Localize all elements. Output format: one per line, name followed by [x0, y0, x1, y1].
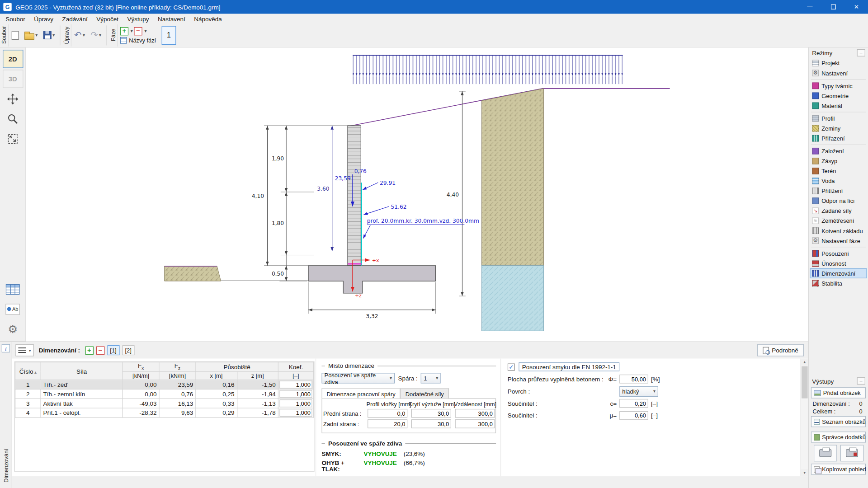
force-row[interactable]: 1Tíh.- zeď0,0023,590,16-1,50 — [15, 380, 314, 389]
mode-item-profil[interactable]: Profil — [810, 113, 867, 123]
koef-input[interactable] — [279, 380, 312, 388]
view-2d-button[interactable]: 2D — [3, 50, 23, 68]
mode-item-typy-tvarnic[interactable]: Typy tvárnic — [810, 81, 867, 91]
location-select[interactable]: Posouzení ve spáře zdiva ▾ — [321, 373, 395, 383]
front-profile-input[interactable] — [368, 409, 407, 418]
menu-item-nastaveni[interactable]: Nastavení — [153, 14, 189, 22]
menu-item-vystupy[interactable]: Výstupy — [123, 14, 154, 22]
mu-input[interactable] — [619, 411, 648, 420]
mode-item-zemetreseni[interactable]: Zemětřesení — [810, 216, 867, 226]
force-row[interactable]: 4Přít.1 - celopl.-28,329,630,29-1,78 — [15, 408, 314, 418]
addon-manager-button[interactable]: Správce dodatků — [811, 432, 866, 442]
mode-item-teren[interactable]: Terén — [810, 166, 867, 176]
col-header-action-point[interactable]: Působiště — [196, 362, 278, 371]
info-button[interactable]: i — [2, 344, 10, 352]
picture-list-button[interactable]: Seznam obrázků — [811, 416, 866, 427]
scrollbar-thumb[interactable] — [802, 366, 807, 399]
save-button[interactable]: ▾ — [42, 29, 56, 41]
mode-item-posouzeni[interactable]: Posouzení — [810, 249, 867, 258]
mode-item-pritizeni[interactable]: Přitížení — [810, 186, 867, 196]
mode-item-voda[interactable]: Voda — [810, 176, 867, 186]
back-spacing-input[interactable] — [455, 419, 495, 428]
front-spacing-input[interactable] — [455, 409, 495, 418]
menu-item-napoveda[interactable]: Nápověda — [190, 14, 226, 22]
front-cover-input[interactable] — [411, 409, 451, 418]
modes-minimize-button[interactable]: – — [857, 49, 865, 56]
phase-names-button[interactable]: Názvy fází — [120, 37, 156, 43]
scroll-up-arrow[interactable]: ▲ — [801, 358, 808, 366]
mode-item-nastaveni[interactable]: Nastavení — [810, 68, 867, 78]
add-picture-button[interactable]: Přidat obrázek — [811, 387, 866, 398]
area-input[interactable] — [619, 375, 648, 384]
add-dimensioning-button[interactable]: + — [85, 346, 93, 354]
redo-button[interactable]: ↷▾ — [90, 29, 103, 41]
menu-item-zadavani[interactable]: Zadávání — [58, 14, 92, 22]
mode-item-zadane-sily[interactable]: Zadané síly — [810, 206, 867, 216]
detail-button[interactable]: Podrobně — [757, 344, 804, 357]
print-button[interactable] — [813, 445, 836, 461]
remove-phase-button[interactable]: − — [134, 27, 142, 35]
view-3d-button[interactable]: 3D — [3, 70, 23, 88]
col-header-number[interactable]: Číslo▴ — [15, 362, 41, 380]
menu-item-upravy[interactable]: Úpravy — [29, 14, 57, 22]
koef-input[interactable] — [279, 390, 312, 398]
tab-additional-forces[interactable]: Dodatečné síly — [401, 389, 449, 399]
open-file-button[interactable]: ▾ — [23, 29, 38, 41]
mode-item-dimenzovani[interactable]: Dimenzování — [810, 268, 867, 278]
mode-item-unosnost[interactable]: Únosnost — [810, 258, 867, 268]
add-phase-button[interactable]: + — [120, 27, 128, 35]
undo-button[interactable]: ↶▾ — [73, 29, 86, 41]
close-button[interactable]: ✕ — [845, 0, 868, 14]
print-log-button[interactable] — [840, 445, 863, 461]
mode-item-odpor-na-lici[interactable]: Odpor na líci — [810, 196, 867, 206]
frame-scrollbar[interactable]: ▲ ▼ — [801, 358, 808, 476]
mode-item-projekt[interactable]: Projekt — [810, 58, 867, 68]
shear-check-title[interactable]: Posouzení smyku dle EN 1992-1-1 — [519, 362, 619, 371]
annotation-settings-button[interactable]: Ab — [3, 300, 23, 318]
mode-item-geometrie[interactable]: Geometrie — [810, 91, 867, 101]
joint-select[interactable]: 1 ▾ — [421, 373, 441, 383]
back-profile-input[interactable] — [368, 419, 407, 428]
col-header-force[interactable]: Síla — [41, 362, 123, 380]
col-header-fx[interactable]: Fx — [123, 362, 159, 371]
frame-list-button[interactable]: ▾ — [15, 344, 33, 357]
zoom-tool-button[interactable] — [3, 109, 23, 127]
mode-item-prirazeni[interactable]: Přiřazení — [810, 133, 867, 143]
menu-item-vypocet[interactable]: Výpočet — [92, 14, 123, 22]
c-input[interactable] — [619, 399, 648, 408]
dimensioning-page-1[interactable]: [1] — [107, 345, 119, 355]
remove-dimensioning-button[interactable]: − — [96, 346, 104, 354]
shear-check-checkbox[interactable]: ✓ — [508, 363, 515, 371]
scroll-down-arrow[interactable]: ▼ — [801, 469, 808, 476]
force-row[interactable]: 3Aktivní tlak-49,0316,130,33-1,13 — [15, 399, 314, 408]
col-header-koef[interactable]: Koef. — [278, 362, 313, 371]
mode-item-zasyp[interactable]: Zásyp — [810, 156, 867, 166]
drawing-settings-button[interactable]: ⚙ — [3, 320, 23, 338]
tab-working-joint[interactable]: Dimenzace pracovní spáry — [321, 389, 400, 399]
drawing-canvas[interactable]: 1,90 1,80 0,50 4,10 3,60 4,40 3,32 0,76 … — [26, 47, 808, 341]
menu-item-soubor[interactable]: Soubor — [1, 14, 29, 22]
phase-1-button[interactable]: 1 — [161, 26, 176, 45]
maximize-button[interactable] — [821, 0, 844, 14]
koef-input[interactable] — [279, 409, 312, 417]
dimensioning-page-2[interactable]: [2] — [122, 345, 134, 355]
pan-tool-button[interactable] — [3, 89, 23, 108]
mode-item-stabilita[interactable]: Stabilita — [810, 278, 867, 288]
col-header-fz[interactable]: Fz — [159, 362, 196, 371]
back-cover-input[interactable] — [411, 419, 451, 428]
surface-select[interactable]: hladký ▾ — [619, 386, 658, 396]
titlebar[interactable]: G GEO5 2025 - Vyztužená zeď (32 bit) [Fi… — [0, 0, 868, 14]
mode-item-zalozeni[interactable]: Založení — [810, 146, 867, 156]
new-file-button[interactable] — [10, 29, 20, 41]
chevron-down-icon[interactable]: ▾ — [131, 28, 133, 33]
koef-input[interactable] — [279, 399, 312, 407]
copy-view-button[interactable]: Kopírovat pohled — [811, 464, 866, 474]
fit-view-button[interactable] — [3, 130, 23, 148]
minimize-button[interactable] — [798, 0, 821, 14]
mode-item-zeminy[interactable]: Zeminy — [810, 123, 867, 133]
mode-item-material[interactable]: Materiál — [810, 101, 867, 111]
force-row[interactable]: 2Tíh.- zemní klín0,000,760,25-1,94 — [15, 389, 314, 399]
table-view-button[interactable] — [3, 280, 23, 298]
chevron-down-icon[interactable]: ▾ — [144, 28, 146, 33]
outputs-minimize-button[interactable]: – — [857, 377, 865, 385]
